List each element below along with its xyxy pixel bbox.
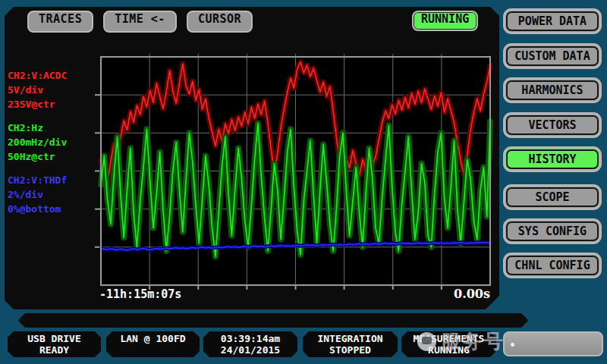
softkey-label: HISTORY [528,152,576,166]
status-line: STOPPED [303,344,398,356]
power-analyzer-screen: TRACESTIME <-CURSOR RUNNING CH2:V:ACDC5V… [0,0,607,364]
channel-label-ch2-v-acdc: CH2:V:ACDC5V/div235V@ctr [8,68,99,111]
status-box-measurements: MEASUREMENTSRUNNING [401,331,496,357]
softkey-power-data[interactable]: POWER DATA [503,8,602,34]
softkey-label: CHNL CONFIG [514,259,590,272]
softkey-label: SYS CONFIG [518,224,587,238]
softkey-chnl-config[interactable]: CHNL CONFIG [503,253,602,278]
history-trend-chart [101,57,490,285]
x-axis-start-label: -11h:15m:07s [99,287,181,301]
status-line: 03:39:14am [203,333,297,344]
status-line: 24/01/2015 [203,344,297,356]
status-line: RUNNING [401,344,496,356]
status-line: READY [8,344,101,356]
bottom-strip [18,313,528,328]
channel-label-ch2-hz: CH2:Hz200mHz/div50Hz@ctr [8,121,99,164]
status-line: INTEGRATION [303,333,398,344]
softkey-vectors[interactable]: VECTORS [503,112,602,138]
softkey-label: POWER DATA [518,14,587,28]
softkey-blank-button[interactable] [503,331,603,356]
channel-label-ch2-v-thdf: CH2:V:THDf2%/div0%@bottom [8,173,99,216]
status-line: MEASUREMENTS [401,333,496,344]
channel-name: CH2:Hz [8,121,99,135]
softkey-label: VECTORS [528,118,576,132]
toolbar-buttons: TRACESTIME <-CURSOR [27,11,253,33]
status-box-usb-drive: USB DRIVEREADY [8,331,101,357]
toolbar-button-cursor[interactable]: CURSOR [187,11,253,33]
channel-ref: 235V@ctr [8,97,99,111]
softkey-harmonics[interactable]: HARMONICS [503,77,602,103]
channel-scale: 5V/div [8,83,99,97]
channel-scale: 2%/div [8,187,99,202]
toolbar-button-time[interactable]: TIME <- [103,11,177,33]
softkey-history[interactable]: HISTORY [503,146,602,172]
running-indicator[interactable]: RUNNING [412,11,478,31]
channel-ref: 0%@bottom [8,202,99,216]
status-line: LAN @ 100FD [106,333,200,344]
softkey-sys-config[interactable]: SYS CONFIG [503,218,602,244]
toolbar-button-traces[interactable]: TRACES [27,11,93,33]
status-box-integration: INTEGRATIONSTOPPED [303,331,398,357]
softkey-scope[interactable]: SCOPE [503,184,602,210]
channel-ref: 50Hz@ctr [8,149,99,164]
softkey-custom-data[interactable]: CUSTOM DATA [503,43,602,69]
status-box-lan-100fd: LAN @ 100FD [106,331,200,357]
history-trend-plot [101,57,490,285]
x-axis-end-label: 0.00s [429,287,490,301]
status-line: USB DRIVE [8,333,101,344]
channel-name: CH2:V:ACDC [8,68,99,83]
softkey-label: CUSTOM DATA [514,49,590,63]
status-box-03-39-14am: 03:39:14am24/01/2015 [203,331,297,357]
softkey-label: HARMONICS [521,83,583,97]
softkey-label: SCOPE [535,190,569,204]
channel-scale: 200mHz/div [8,135,99,149]
channel-name: CH2:V:THDf [8,173,99,187]
